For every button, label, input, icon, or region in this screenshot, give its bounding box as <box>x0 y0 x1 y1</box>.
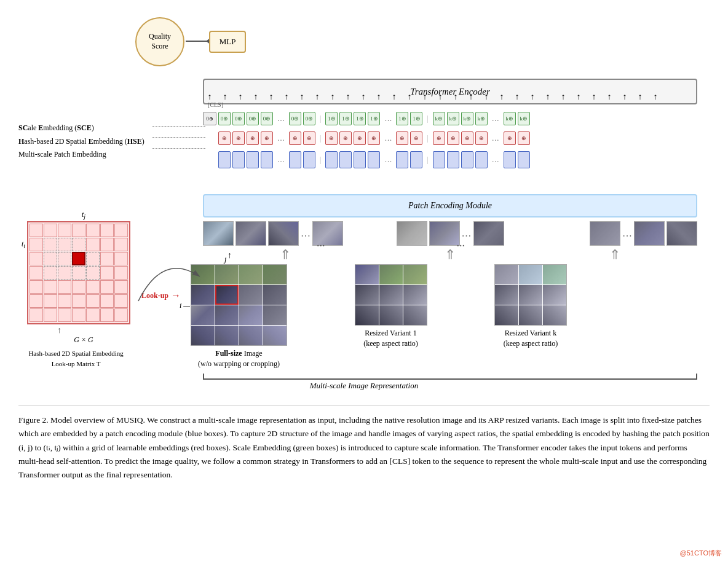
cls-label: [CLS] <box>208 101 223 108</box>
j-arrow: ↑ <box>228 251 232 260</box>
cls-token: 0⊕ <box>203 112 216 125</box>
patch-thumbnails-row: … … … <box>203 221 697 246</box>
embedding-labels: SCale Embedding (SCE) Hash-based 2D Spat… <box>18 122 144 162</box>
section-up-arrows: ⇑ ⇑ ⇑ <box>203 247 697 263</box>
patch-encoding-box: Patch Encoding Module <box>203 194 697 217</box>
sce-token-row: 0⊕ 0⊕ 0⊕ 0⊕ 0⊕ … 0⊕ 0⊕ | 1⊕ 1⊕ 1⊕ 1⊕ … 1… <box>203 109 697 128</box>
sce-label: SCale Embedding (SCE) <box>18 122 144 135</box>
mpe-token-row: … | … | … <box>203 149 697 171</box>
variantk-label: Resized Variant k(keep aspect ratio) <box>504 328 558 349</box>
variant1-label: Resized Variant 1(keep aspect ratio) <box>363 328 418 349</box>
hse-label: Hash-based 2D Spatial Embedding (HSE) <box>18 135 144 149</box>
quality-score: QualityScore <box>135 17 184 66</box>
images-section: i — j ↑ <box>191 264 703 369</box>
multiscale-label: Multi-scale Image Representation <box>18 381 710 391</box>
mpe-dashed-line <box>152 148 205 149</box>
diagram-area: QualityScore MLP Transformer Encoder [CL… <box>18 6 710 399</box>
j-label: j <box>224 255 226 264</box>
mpe-label: Multi-scale Patch Embedding <box>18 148 144 162</box>
resized-variant-k: Resized Variant k(keep aspect ratio) <box>494 264 567 349</box>
quality-score-label: QualityScore <box>149 32 171 51</box>
main-container: QualityScore MLP Transformer Encoder [CL… <box>0 0 728 494</box>
full-size-label: Full-size Image(w/o warpping or cropping… <box>198 348 280 369</box>
dots-separator-1: ··· <box>312 240 330 253</box>
hse-token-row: ⊕ ⊕ ⊕ ⊕ … ⊕ ⊕ | ⊕ ⊕ ⊕ ⊕ … ⊕ ⊕ | ⊕ ⊕ ⊕ ⊕ <box>203 129 697 147</box>
resized-variant-1: Resized Variant 1(keep aspect ratio) <box>355 264 427 349</box>
patch-encoding-label: Patch Encoding Module <box>408 201 492 211</box>
watermark: @51CTO博客 <box>680 549 722 558</box>
caption-text: Figure 2. Model overview of MUSIQ. We co… <box>18 413 710 482</box>
mlp-box: MLP <box>209 31 246 53</box>
hash-grid-text-label: Hash-based 2D Spatial EmbeddingLook-up M… <box>22 348 130 369</box>
hse-dashed-line <box>152 137 205 138</box>
mlp-label: MLP <box>220 37 236 47</box>
sce-dashed-line <box>152 126 205 127</box>
grid-up-arrow: ↑ <box>57 326 130 335</box>
tj-label: tj <box>37 210 130 220</box>
brace-bottom <box>203 374 697 380</box>
gxg-label: G × G <box>37 335 130 345</box>
variant1-grid <box>355 264 427 326</box>
top-arrows: ↑ ↑ ↑ ↑ ↑ ↑ ↑ ↑ ↑ ↑ ↑ ↑ ↑ ↑ ↑ ↑ ↑ ↑ ↑ ↑ <box>203 92 697 102</box>
caption-area: Figure 2. Model overview of MUSIQ. We co… <box>18 405 710 482</box>
dots-separator-2: ··· <box>452 240 470 253</box>
tokens-area: ↑ ↑ ↑ ↑ ↑ ↑ ↑ ↑ ↑ ↑ ↑ ↑ ↑ ↑ ↑ ↑ ↑ ↑ ↑ ↑ <box>203 109 697 189</box>
ti-label: ti <box>22 240 25 249</box>
variantk-grid <box>494 264 567 326</box>
curved-arrow-svg <box>114 240 224 313</box>
mlp-to-quality-arrow <box>186 41 210 42</box>
